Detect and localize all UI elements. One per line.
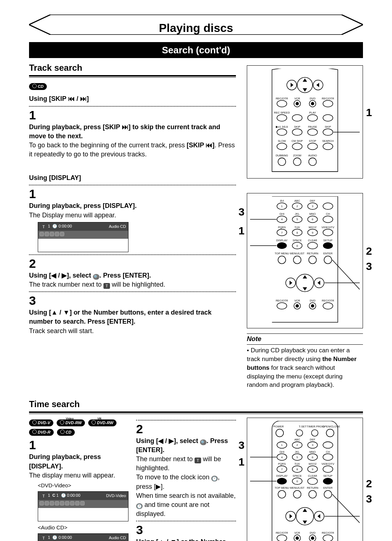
svg-text:2: 2: [297, 443, 298, 447]
ts-step-2: 2: [136, 423, 236, 435]
svg-text:VCR: VCR: [294, 531, 300, 534]
badge-dvdv: DVD-V: [29, 419, 53, 426]
svg-text:1: 1: [281, 443, 282, 447]
svg-text:REC/OTR: REC/OTR: [322, 299, 334, 302]
svg-text:GHI: GHI: [279, 213, 284, 216]
svg-text:CH: CH: [326, 213, 330, 216]
svg-text:3: 3: [312, 443, 313, 447]
rule: [29, 411, 363, 414]
svg-point-137: [323, 454, 333, 460]
svg-line-210: [332, 494, 359, 523]
osd2-label: <Audio CD>: [38, 524, 129, 531]
svg-point-82: [308, 242, 318, 249]
using-display-title: Using [DISPLAY]: [29, 173, 236, 183]
txt: To move to the clock icon: [136, 474, 211, 481]
svg-text:REC/OTR: REC/OTR: [322, 97, 334, 100]
txt: . Press [ENTER].: [99, 272, 151, 279]
remote-diagram-3: POWERT-SETTIMER PROG.OPEN/CLOSE ABCDEF 1…: [247, 418, 363, 541]
clock-icon: 🕐: [211, 476, 218, 481]
time-search-heading: Time search: [29, 398, 363, 410]
svg-point-163: [293, 490, 301, 498]
svg-point-35: [323, 143, 333, 150]
svg-text:WXYZ: WXYZ: [309, 226, 317, 229]
svg-text:0: 0: [297, 244, 298, 247]
svg-text:POWER: POWER: [273, 425, 284, 428]
svg-text:TUV: TUV: [294, 226, 300, 229]
txt: [SKIP: [187, 142, 206, 149]
svg-point-8: [277, 101, 287, 107]
txt: The Display menu will appear.: [29, 212, 116, 219]
svg-point-24: [277, 129, 287, 135]
remote-diagram-1: REC/OTRVCRDVDREC/OTR REC SPEEDPLAY ▶x1.3…: [247, 65, 363, 179]
ts-step3-body: Using [▲ / ▼] or the Number buttons, ent…: [136, 537, 236, 541]
svg-text:CLEAR: CLEAR: [308, 474, 318, 478]
search-osd-icon: 🔍: [200, 439, 207, 445]
svg-point-99: [277, 303, 287, 309]
svg-point-17: [292, 115, 302, 121]
svg-point-19: [323, 115, 333, 121]
step-1: 1: [29, 109, 236, 121]
svg-point-13: [323, 101, 333, 107]
ts-step-3: 3: [136, 524, 236, 536]
svg-point-148: [323, 466, 333, 472]
svg-point-27: [323, 129, 333, 135]
divider: [29, 106, 236, 107]
rule: [29, 75, 236, 78]
txt: The display menu will appear.: [29, 472, 115, 479]
svg-point-178: [323, 535, 333, 541]
svg-point-12: [311, 102, 314, 105]
svg-text:RETURN: RETURN: [307, 252, 318, 255]
txt: During playback, press [DISPLAY].: [29, 202, 136, 209]
svg-text:PLAY: PLAY: [309, 111, 316, 114]
svg-point-114: [276, 429, 283, 437]
txt: To go back to the beginning of the curre…: [29, 142, 187, 149]
txt: Track search will start.: [29, 327, 94, 335]
badge-dvdrw-vr: VRDVD-RW: [88, 419, 117, 426]
svg-text:9: 9: [312, 231, 313, 234]
ts-step-1: 1: [29, 439, 129, 451]
step-1b: 1: [29, 188, 236, 200]
svg-text:REC SPEED: REC SPEED: [274, 111, 290, 114]
svg-text:7: 7: [281, 468, 282, 471]
page-title: Playing discs: [159, 20, 233, 36]
callout: 3: [238, 438, 245, 453]
svg-text:ENTER: ENTER: [323, 252, 333, 255]
svg-point-177: [311, 536, 314, 540]
txt: During playback, press [SKIP: [29, 123, 122, 131]
svg-text:8: 8: [297, 231, 298, 234]
svg-text:REC/OTR: REC/OTR: [276, 531, 288, 534]
txt: The track number next to: [29, 281, 103, 288]
svg-text:REC/OTR: REC/OTR: [276, 97, 288, 100]
badge-dvdr: DVD-R: [29, 429, 54, 436]
svg-text:4: 4: [281, 218, 282, 221]
svg-point-117: [326, 429, 334, 437]
badge-dvdrw-video: VideoDVD-RW: [57, 419, 85, 426]
t-icon: T: [40, 535, 47, 541]
svg-text:PAUSE: PAUSE: [308, 125, 317, 128]
using-skip-title: Using [SKIP ⏮ / ⏭]: [29, 94, 236, 103]
svg-text:VCR: VCR: [294, 97, 300, 100]
t-icon: T: [40, 493, 47, 499]
txt: The number next to: [136, 455, 195, 463]
svg-point-26: [308, 129, 318, 135]
callout: 3: [366, 259, 372, 274]
txt: Audio CD: [109, 535, 126, 541]
svg-point-173: [277, 535, 287, 541]
svg-text:4: 4: [281, 455, 282, 459]
txt: Using [◀ / ▶], select: [136, 437, 200, 444]
svg-point-153: [277, 478, 287, 484]
callout-1: 1: [366, 105, 372, 120]
divider: [29, 185, 236, 185]
svg-text:VCR: VCR: [294, 299, 300, 302]
svg-point-18: [308, 115, 318, 121]
svg-point-32: [277, 143, 287, 150]
svg-text:SETUP: SETUP: [323, 474, 332, 478]
svg-text:WXYZ: WXYZ: [309, 462, 317, 466]
svg-text:TOP MENU: TOP MENU: [275, 486, 289, 489]
badge-cd2: CD: [57, 429, 75, 436]
svg-text:DISPLAY: DISPLAY: [276, 239, 287, 242]
svg-text:DUBBING: DUBBING: [275, 154, 288, 157]
svg-text:1: 1: [281, 205, 282, 208]
svg-text:5: 5: [297, 218, 298, 221]
svg-point-33: [292, 143, 302, 150]
